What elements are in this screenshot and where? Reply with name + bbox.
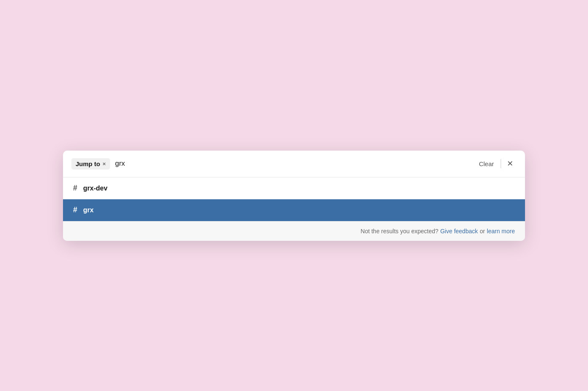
jump-to-tag[interactable]: Jump to × (71, 158, 110, 169)
feedback-static-text: Not the results you expected? (361, 228, 438, 235)
search-dialog: Jump to × Clear ✕ # grx-dev # grx Not th… (63, 151, 525, 241)
jump-to-label: Jump to (76, 160, 100, 167)
search-bar: Jump to × Clear ✕ (63, 151, 525, 177)
close-button[interactable]: ✕ (504, 157, 517, 170)
clear-button[interactable]: Clear (475, 159, 498, 169)
result-label: grx (83, 206, 94, 214)
learn-more-link[interactable]: learn more (487, 228, 515, 235)
search-actions: Clear ✕ (475, 157, 517, 170)
divider (501, 159, 501, 168)
tag-close-icon[interactable]: × (102, 161, 106, 167)
result-item-grx[interactable]: # grx (63, 199, 525, 221)
result-item-grx-dev[interactable]: # grx-dev (63, 177, 525, 199)
results-list: # grx-dev # grx (63, 177, 525, 221)
give-feedback-link[interactable]: Give feedback (440, 228, 478, 235)
channel-icon: # (73, 184, 77, 193)
feedback-bar: Not the results you expected? Give feedb… (63, 221, 525, 241)
or-text: or (480, 228, 485, 235)
search-input[interactable] (115, 159, 470, 168)
result-label: grx-dev (83, 185, 108, 192)
channel-icon: # (73, 206, 77, 214)
